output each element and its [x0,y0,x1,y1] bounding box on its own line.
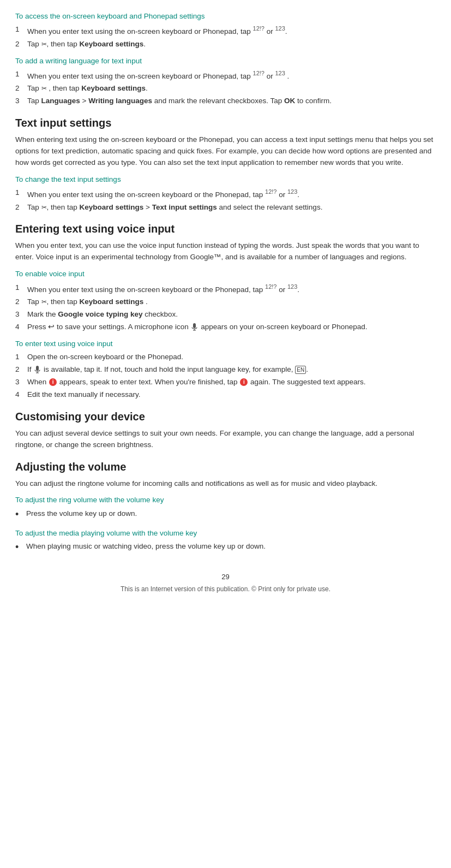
section-adjust-media-volume: To adjust the media playing volume with … [15,528,436,555]
list-item: • When playing music or watching video, … [15,541,436,555]
heading-access-keyboard: To access the on-screen keyboard and Pho… [15,11,436,22]
section-enable-voice-input: To enable voice input 1 When you enter t… [15,269,436,332]
heading-add-writing-language: To add a writing language for text input [15,56,436,67]
page-footer: 29 This is an Internet version of this p… [15,572,436,594]
heading-enter-text-voice: To enter text using voice input [15,338,436,349]
list-item: 2 If is available, tap it. If not, touch… [15,364,436,376]
section-add-writing-language: To add a writing language for text input… [15,56,436,108]
svg-rect-0 [193,323,196,328]
list-add-writing-language: 1 When you enter text using the on-scree… [15,69,436,107]
list-item: 1 When you enter text using the on-scree… [15,69,436,82]
list-item: 1 Open the on-screen keyboard or the Pho… [15,352,436,363]
section-entering-voice-input: Entering text using voice input When you… [15,221,436,263]
section-enter-text-voice: To enter text using voice input 1 Open t… [15,338,436,401]
list-item: 3 Tap Languages > Writing languages and … [15,96,436,107]
heading-adjust-media-volume: To adjust the media playing volume with … [15,528,436,539]
heading-text-input-settings: Text input settings [15,115,436,131]
list-enter-text-voice: 1 Open the on-screen keyboard or the Pho… [15,352,436,401]
list-item: 2 Tap ✂, then tap Keyboard settings . [15,296,436,308]
heading-entering-voice-input: Entering text using voice input [15,221,436,237]
heading-adjust-ring-volume: To adjust the ring volume with the volum… [15,495,436,506]
heading-customising-device: Customising your device [15,408,436,425]
heading-change-text-input: To change the text input settings [15,174,436,185]
body-adjusting-volume: You can adjust the ringtone volume for i… [15,478,436,490]
list-item: 1 When you enter text using the on-scree… [15,282,436,295]
list-item: 2 Tap ✂ , then tap Keyboard settings. [15,83,436,94]
list-item: 3 When i appears, speak to enter text. W… [15,377,436,388]
body-entering-voice-input: When you enter text, you can use the voi… [15,240,436,263]
list-item: 3 Mark the Google voice typing key check… [15,309,436,320]
list-item: • Press the volume key up or down. [15,508,436,522]
section-adjust-ring-volume: To adjust the ring volume with the volum… [15,495,436,522]
list-item: 4 Press ↩ to save your settings. A micro… [15,322,436,333]
section-text-input-settings: Text input settings When entering text u… [15,115,436,169]
list-item: 1 When you enter text using the on-scree… [15,24,436,37]
list-item: 2 Tap ✂, then tap Keyboard settings. [15,39,436,50]
svg-rect-3 [36,366,39,371]
list-change-text-input: 1 When you enter text using the on-scree… [15,187,436,213]
heading-enable-voice-input: To enable voice input [15,269,436,280]
list-item: 4 Edit the text manually if necessary. [15,389,436,401]
list-adjust-media-volume: • When playing music or watching video, … [15,541,436,555]
footer-text: This is an Internet version of this publ… [15,584,436,594]
page-number: 29 [15,572,436,582]
list-enable-voice-input: 1 When you enter text using the on-scree… [15,282,436,333]
list-access-keyboard: 1 When you enter text using the on-scree… [15,24,436,50]
heading-adjusting-volume: Adjusting the volume [15,459,436,475]
section-adjusting-volume: Adjusting the volume You can adjust the … [15,459,436,490]
section-customising-device: Customising your device You can adjust s… [15,408,436,451]
list-adjust-ring-volume: • Press the volume key up or down. [15,508,436,522]
list-item: 1 When you enter text using the on-scree… [15,187,436,200]
body-text-input-settings: When entering text using the on-screen k… [15,134,436,169]
section-change-text-input: To change the text input settings 1 When… [15,174,436,213]
list-item: 2 Tap ✂, then tap Keyboard settings > Te… [15,202,436,213]
section-access-keyboard: To access the on-screen keyboard and Pho… [15,11,436,50]
body-customising-device: You can adjust several device settings t… [15,428,436,451]
